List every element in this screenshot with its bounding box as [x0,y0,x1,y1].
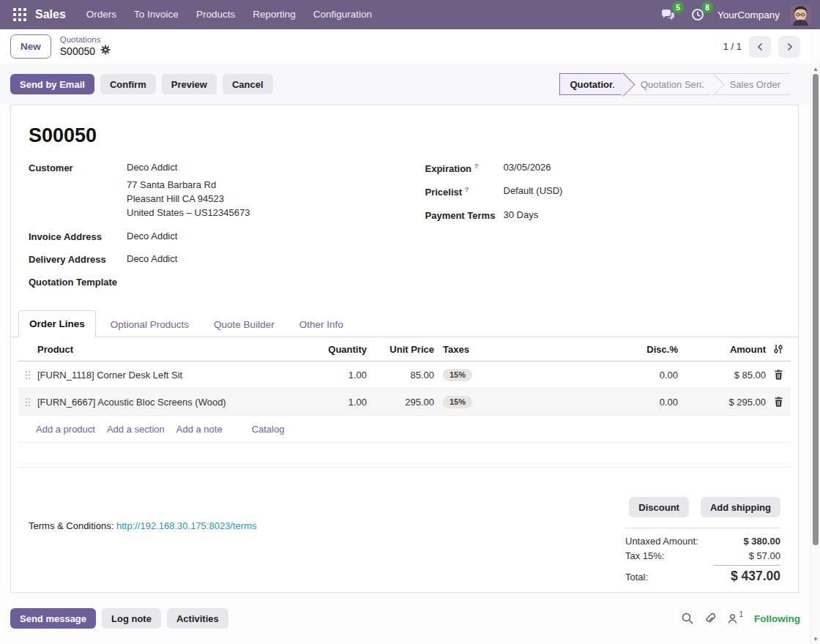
untaxed-amount-label: Untaxed Amount: [625,536,698,547]
cell-product[interactable]: [FURN_1118] Corner Desk Left Sit [37,370,301,381]
gear-icon[interactable] [100,45,111,59]
quotation-template-label: Quotation Template [29,276,127,288]
customer-label: Customer [29,162,127,220]
drag-handle-icon[interactable] [18,397,37,407]
add-note-link[interactable]: Add a note [176,424,223,435]
table-row[interactable]: [FURN_1118] Corner Desk Left Sit 1.00 85… [18,362,791,389]
notebook-tabs: Order Lines Optional Products Quote Buil… [11,310,798,337]
drag-handle-icon[interactable] [18,370,37,380]
catalog-link[interactable]: Catalog [252,424,285,435]
company-name[interactable]: YourCompany [718,10,780,20]
following-toggle[interactable]: Following [754,613,800,624]
cell-disc[interactable]: 0.00 [619,397,678,408]
col-disc[interactable]: Disc.% [619,344,678,355]
confirm-button[interactable]: Confirm [100,74,156,94]
status-step-quotation[interactable]: Quotation [559,73,624,95]
nav-menu-products[interactable]: Products [187,0,244,29]
col-taxes[interactable]: Taxes [434,344,559,355]
cell-quantity[interactable]: 1.00 [301,370,367,381]
nav-menu-to-invoice[interactable]: To Invoice [125,0,187,29]
terms-link[interactable]: http://192.168.30.175:8023/terms [116,520,257,531]
tab-other-info[interactable]: Other Info [289,312,354,337]
vertical-scrollbar[interactable]: ▲ ▼ [810,64,820,644]
followers-icon[interactable]: 1 [727,613,743,624]
action-status-bar: Send by Email Confirm Preview Cancel Quo… [0,64,810,105]
untaxed-amount-value: $ 380.00 [713,536,780,547]
col-product[interactable]: Product [37,344,301,355]
user-avatar[interactable] [790,4,811,26]
apps-grid-icon[interactable] [9,4,31,26]
status-step-quotation-sent[interactable]: Quotation Sent [624,73,713,95]
nav-menu-reporting[interactable]: Reporting [244,0,305,29]
scrollbar-thumb[interactable] [813,74,819,545]
help-icon: ? [474,162,479,170]
pricelist-value[interactable]: Default (USD) [504,185,781,198]
scroll-down-arrow-icon[interactable]: ▼ [811,634,820,644]
tab-quote-builder[interactable]: Quote Builder [204,312,285,337]
add-shipping-button[interactable]: Add shipping [701,497,780,517]
table-row[interactable]: [FURN_6667] Acoustic Bloc Screens (Wood)… [18,389,791,416]
expiration-value[interactable]: 03/05/2026 [504,162,781,174]
add-product-link[interactable]: Add a product [36,424,95,435]
quotation-template-value[interactable] [127,276,384,288]
cell-unit-price[interactable]: 295.00 [367,397,434,408]
add-section-link[interactable]: Add a section [107,424,165,435]
payment-terms-value[interactable]: 30 Days [504,209,781,221]
record-title[interactable]: S00050 [11,105,798,162]
scroll-up-arrow-icon[interactable]: ▲ [811,64,820,74]
tab-optional-products[interactable]: Optional Products [100,312,199,337]
cancel-button[interactable]: Cancel [223,74,273,94]
pager-next-button[interactable] [778,36,800,58]
cell-quantity[interactable]: 1.00 [301,397,367,408]
tab-order-lines[interactable]: Order Lines [18,310,96,337]
delete-row-icon[interactable] [766,397,791,407]
app-name[interactable]: Sales [35,8,66,21]
pager-previous-button[interactable] [749,36,771,58]
customer-value[interactable]: Deco Addict [127,162,384,173]
cell-amount: $ 295.00 [678,397,766,408]
delivery-address-value[interactable]: Deco Addict [127,253,384,265]
cell-product[interactable]: [FURN_6667] Acoustic Bloc Screens (Wood) [37,397,301,408]
tax-label: Tax 15%: [625,550,664,561]
preview-button[interactable]: Preview [162,74,217,94]
activities-button[interactable]: Activities [167,608,228,629]
invoice-address-value[interactable]: Deco Addict [127,231,384,242]
cell-disc[interactable]: 0.00 [619,370,678,381]
delete-row-icon[interactable] [766,370,791,380]
nav-menu-orders[interactable]: Orders [78,0,125,29]
activities-badge: 8 [701,1,713,13]
activities-clock-icon[interactable]: 8 [688,5,707,24]
tax-badge[interactable]: 15% [443,396,472,408]
order-lines-footer-links: Add a product Add a section Add a note C… [18,416,791,443]
col-unit-price[interactable]: Unit Price [367,344,434,355]
cell-unit-price[interactable]: 85.00 [367,370,434,381]
record-pager: 1 / 1 [723,36,800,58]
tax-row: Tax 15%: $ 57.00 [625,550,780,561]
breadcrumb-quotations-link[interactable]: Quotations [60,34,111,45]
invoice-address-field: Invoice Address Deco Addict [29,231,384,242]
attachments-paperclip-icon[interactable] [704,613,716,624]
tax-badge[interactable]: 15% [443,369,472,381]
customer-address: 77 Santa Barbara Rd Pleasant Hill CA 945… [127,178,384,220]
statusbar: Quotation Quotation Sent Sales Order [559,73,791,95]
pricelist-field: Pricelist ? Default (USD) [425,185,781,198]
send-message-button[interactable]: Send message [10,608,96,629]
col-quantity[interactable]: Quantity [301,344,367,355]
customer-field: Customer Deco Addict 77 Santa Barbara Rd… [29,162,384,220]
discount-button[interactable]: Discount [629,497,689,517]
search-messages-icon[interactable] [682,613,693,624]
column-settings-icon[interactable] [766,344,791,354]
new-button[interactable]: New [10,34,51,59]
col-amount[interactable]: Amount [678,344,766,355]
terms-label: Terms & Conditions: [29,520,113,531]
status-step-sales-order[interactable]: Sales Order [713,73,790,95]
log-note-button[interactable]: Log note [102,608,161,629]
messages-icon[interactable]: 5 [659,5,678,24]
chatter-bar: Send message Log note Activities 1 Follo… [0,593,810,644]
messages-badge: 5 [672,1,684,13]
send-by-email-button[interactable]: Send by Email [10,74,94,94]
total-row: Total: $ 437.00 [625,565,780,584]
payment-terms-label: Payment Terms [425,209,504,221]
nav-menu-configuration[interactable]: Configuration [305,0,381,29]
delivery-address-label: Delivery Address [29,253,127,265]
